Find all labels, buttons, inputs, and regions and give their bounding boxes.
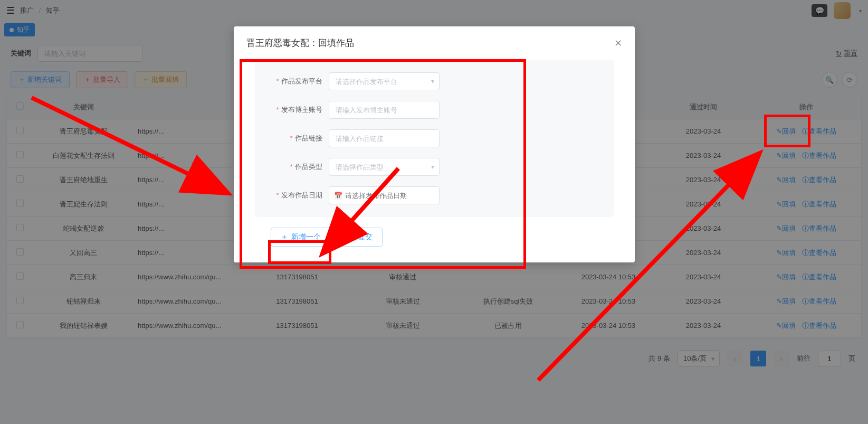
platform-select[interactable]: ▾ (329, 72, 440, 90)
account-input[interactable] (329, 101, 440, 119)
publish-date-picker[interactable]: 📅 (329, 186, 440, 204)
dialog-title: 晋王府恶毒女配：回填作品 (246, 37, 354, 49)
add-one-button[interactable]: ＋ 新增一个 (271, 228, 331, 247)
close-icon[interactable]: ✕ (614, 37, 622, 49)
work-type-select[interactable]: ▾ (329, 158, 440, 176)
form-card: *作品发布平台 ▾ *发布博主账号 *作品链接 *作品类型 (255, 60, 614, 217)
calendar-icon: 📅 (334, 192, 342, 200)
work-link-input[interactable] (329, 129, 440, 147)
backfill-dialog: 晋王府恶毒女配：回填作品 ✕ *作品发布平台 ▾ *发布博主账号 *作品链接 (234, 26, 635, 262)
submit-button[interactable]: ✓ 提交 (338, 228, 383, 247)
modal-overlay: 晋王府恶毒女配：回填作品 ✕ *作品发布平台 ▾ *发布博主账号 *作品链接 (0, 0, 868, 424)
